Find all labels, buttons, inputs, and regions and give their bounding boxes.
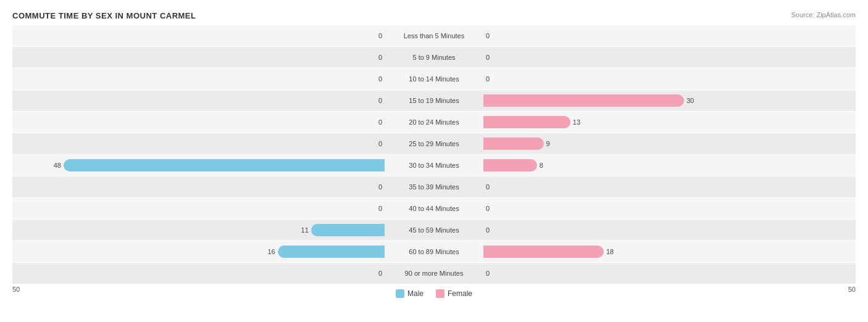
row-label: 5 to 9 Minutes — [412, 54, 455, 61]
value-male: 0 — [378, 140, 382, 147]
bar-male — [64, 159, 385, 171]
value-male: 0 — [378, 270, 382, 277]
chart-row: 10 to 14 Minutes00 — [12, 68, 856, 89]
chart-row: 15 to 19 Minutes030 — [12, 90, 856, 111]
value-male: 0 — [378, 183, 382, 191]
legend-male-label: Male — [407, 289, 424, 298]
value-female: 13 — [573, 118, 580, 126]
value-male: 16 — [267, 248, 275, 255]
value-male: 0 — [378, 75, 382, 83]
value-female: 8 — [540, 162, 543, 169]
chart-row: 25 to 29 Minutes09 — [12, 133, 856, 154]
row-label: 90 or more Minutes — [405, 270, 464, 277]
bar-male — [278, 246, 385, 258]
chart-container: COMMUTE TIME BY SEX IN MOUNT CARMEL Sour… — [0, 0, 868, 322]
row-label: 45 to 59 Minutes — [409, 226, 459, 234]
bar-female — [483, 138, 544, 150]
value-male: 0 — [378, 32, 382, 39]
chart-row: 40 to 44 Minutes00 — [12, 198, 856, 219]
row-label: 25 to 29 Minutes — [409, 140, 459, 147]
legend: Male Female — [396, 289, 472, 298]
value-male: 11 — [301, 226, 309, 234]
value-female: 18 — [606, 248, 614, 255]
axis-left-label: 50 — [12, 286, 20, 298]
axis-right-label: 50 — [848, 286, 856, 298]
bar-female — [483, 246, 604, 258]
row-label: Less than 5 Minutes — [404, 32, 464, 39]
value-female: 0 — [486, 75, 490, 83]
value-female: 0 — [486, 205, 490, 212]
chart-row: Less than 5 Minutes00 — [12, 25, 856, 46]
chart-row: 35 to 39 Minutes00 — [12, 176, 856, 197]
row-label: 15 to 19 Minutes — [409, 97, 459, 104]
legend-female-box — [436, 289, 444, 298]
value-male: 0 — [378, 205, 382, 212]
row-label: 35 to 39 Minutes — [409, 183, 459, 191]
value-male: 48 — [54, 162, 61, 169]
value-female: 0 — [486, 54, 490, 61]
chart-row: 5 to 9 Minutes00 — [12, 47, 856, 68]
chart-area: Less than 5 Minutes005 to 9 Minutes0010 … — [12, 25, 856, 284]
legend-male: Male — [396, 289, 424, 298]
bar-male — [311, 224, 385, 236]
value-female: 30 — [686, 97, 694, 104]
value-male: 0 — [378, 118, 382, 126]
chart-row: 90 or more Minutes00 — [12, 263, 856, 284]
value-female: 0 — [486, 270, 490, 277]
legend-female-label: Female — [448, 289, 472, 298]
bar-female — [483, 159, 537, 171]
value-female: 0 — [486, 32, 490, 39]
source-label: Source: ZipAtlas.com — [791, 11, 856, 19]
row-label: 30 to 34 Minutes — [409, 162, 459, 169]
row-label: 40 to 44 Minutes — [409, 205, 459, 212]
legend-male-box — [396, 289, 404, 298]
chart-row: 20 to 24 Minutes013 — [12, 112, 856, 133]
row-label: 10 to 14 Minutes — [409, 75, 459, 83]
value-female: 9 — [546, 140, 550, 147]
bar-female — [483, 116, 570, 128]
chart-row: 45 to 59 Minutes110 — [12, 220, 856, 241]
value-male: 0 — [378, 97, 382, 104]
value-female: 0 — [486, 183, 490, 191]
bar-female — [483, 94, 684, 107]
row-label: 60 to 89 Minutes — [409, 248, 459, 255]
chart-row: 30 to 34 Minutes488 — [12, 155, 856, 176]
value-female: 0 — [486, 226, 490, 234]
value-male: 0 — [378, 54, 382, 61]
chart-row: 60 to 89 Minutes1618 — [12, 241, 856, 262]
row-label: 20 to 24 Minutes — [409, 118, 459, 126]
chart-title: COMMUTE TIME BY SEX IN MOUNT CARMEL — [12, 11, 856, 20]
legend-female: Female — [436, 289, 472, 298]
